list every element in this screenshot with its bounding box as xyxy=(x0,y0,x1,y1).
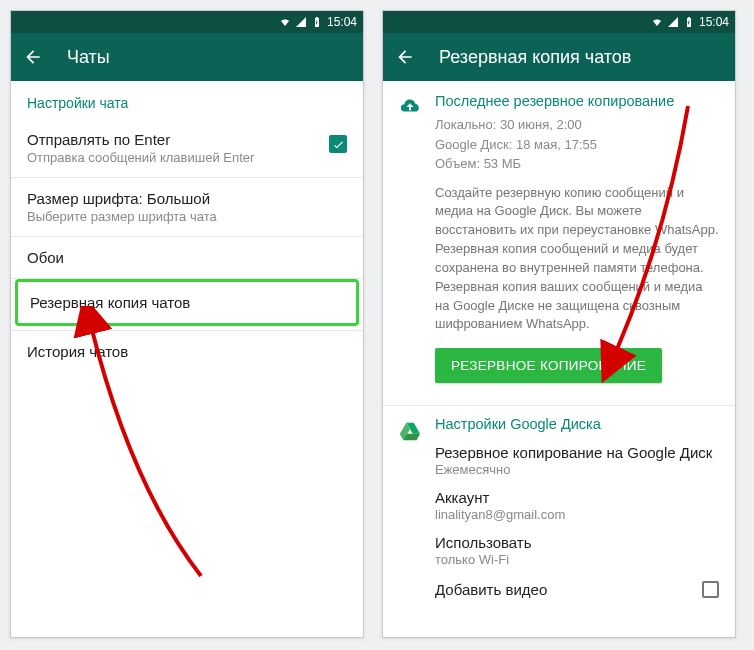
checkbox-unchecked[interactable] xyxy=(702,581,719,598)
back-arrow-icon[interactable] xyxy=(23,47,43,67)
row-sub: Выберите размер шрифта чата xyxy=(27,209,347,224)
checkbox-checked[interactable] xyxy=(329,135,347,153)
status-time: 15:04 xyxy=(699,15,729,29)
row-backup-frequency[interactable]: Резервное копирование на Google Диск Еже… xyxy=(435,438,719,483)
backup-size: Объем: 53 МБ xyxy=(435,154,719,174)
google-drive-icon xyxy=(399,420,421,442)
phone-left: 15:04 Чаты Настройки чата Отправлять по … xyxy=(10,10,364,638)
row-value: только Wi-Fi xyxy=(435,552,719,567)
row-label: Резервное копирование на Google Диск xyxy=(435,444,719,461)
status-bar: 15:04 xyxy=(11,11,363,33)
last-backup-section: Последнее резервное копирование Локально… xyxy=(383,81,735,395)
row-backup-highlighted[interactable]: Резервная копия чатов xyxy=(15,279,359,326)
row-account[interactable]: Аккаунт linalityan8@gmail.com xyxy=(435,483,719,528)
last-backup-title: Последнее резервное копирование xyxy=(435,93,719,109)
row-send-on-enter[interactable]: Отправлять по Enter Отправка сообщений к… xyxy=(11,119,363,178)
row-value: Ежемесячно xyxy=(435,462,719,477)
backup-local: Локально: 30 июня, 2:00 xyxy=(435,115,719,135)
back-arrow-icon[interactable] xyxy=(395,47,415,67)
screen-title: Чаты xyxy=(67,47,110,68)
battery-icon xyxy=(683,16,695,28)
cloud-upload-icon xyxy=(399,95,421,117)
backup-description: Создайте резервную копию сообщений и мед… xyxy=(435,184,719,335)
backup-gdrive: Google Диск: 18 мая, 17:55 xyxy=(435,135,719,155)
row-value: linalityan8@gmail.com xyxy=(435,507,719,522)
row-add-video[interactable]: Добавить видео xyxy=(435,573,719,606)
row-label: Аккаунт xyxy=(435,489,719,506)
backup-button[interactable]: РЕЗЕРВНОЕ КОПИРОВАНИЕ xyxy=(435,348,662,383)
wifi-icon xyxy=(651,16,663,28)
row-label: Использовать xyxy=(435,534,719,551)
row-network[interactable]: Использовать только Wi-Fi xyxy=(435,528,719,573)
screen-title: Резервная копия чатов xyxy=(439,47,631,68)
row-wallpaper[interactable]: Обои xyxy=(11,237,363,279)
wifi-icon xyxy=(279,16,291,28)
check-icon xyxy=(332,138,345,151)
signal-icon xyxy=(295,16,307,28)
app-bar: Чаты xyxy=(11,33,363,81)
status-bar: 15:04 xyxy=(383,11,735,33)
row-title: Размер шрифта: Большой xyxy=(27,190,347,207)
row-title: Обои xyxy=(27,249,347,266)
signal-icon xyxy=(667,16,679,28)
row-label: Добавить видео xyxy=(435,581,547,598)
battery-icon xyxy=(311,16,323,28)
app-bar: Резервная копия чатов xyxy=(383,33,735,81)
row-title: Отправлять по Enter xyxy=(27,131,347,148)
row-title: История чатов xyxy=(27,343,347,360)
section-chat-settings: Настройки чата xyxy=(11,81,363,119)
row-sub: Отправка сообщений клавишей Enter xyxy=(27,150,347,165)
gdrive-section: Настройки Google Диска Резервное копиров… xyxy=(383,405,735,610)
status-time: 15:04 xyxy=(327,15,357,29)
phone-right: 15:04 Резервная копия чатов Последнее ре… xyxy=(382,10,736,638)
row-font-size[interactable]: Размер шрифта: Большой Выберите размер ш… xyxy=(11,178,363,237)
row-history[interactable]: История чатов xyxy=(11,331,363,372)
row-title: Резервная копия чатов xyxy=(30,294,344,311)
gdrive-title: Настройки Google Диска xyxy=(435,416,719,432)
